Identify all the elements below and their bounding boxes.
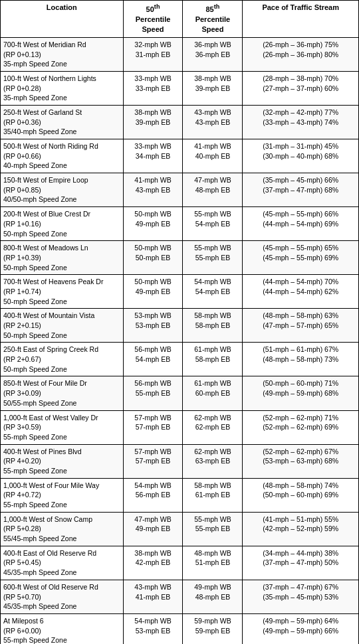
cell-pace: (37-mph – 47-mph) 67%(35-mph – 45-mph) 5… <box>243 580 359 613</box>
cell-p85: 54-mph WB54-mph EB <box>183 275 243 309</box>
cell-p85: 38-mph WB39-mph EB <box>183 71 243 105</box>
cell-location: 700-ft West of Heavens Peak Dr(RP 1+0.74… <box>1 275 124 309</box>
cell-location: 600-ft West of Old Reserve Rd(RP 5+0.70)… <box>1 580 124 613</box>
cell-p85: 58-mph WB58-mph EB <box>183 309 243 343</box>
cell-location: 850-ft West of Four Mile Dr(RP 3+0.09)50… <box>1 376 124 410</box>
cell-location: 150-ft West of Empire Loop(RP 0+0.85)40/… <box>1 173 124 207</box>
cell-pace: (32-mph – 42-mph) 77%(33-mph – 43-mph) 7… <box>243 105 359 139</box>
cell-p50: 32-mph WB31-mph EB <box>123 37 183 71</box>
cell-p50: 38-mph WB42-mph EB <box>123 546 183 580</box>
header-p50: 50thPercentileSpeed <box>123 1 183 38</box>
cell-p85: 62-mph WB62-mph EB <box>183 410 243 444</box>
cell-pace: (28-mph – 38-mph) 70%(27-mph – 37-mph) 6… <box>243 71 359 105</box>
cell-pace: (48-mph – 58-mph) 74%(50-mph – 60-mph) 6… <box>243 478 359 512</box>
cell-location: 700-ft West of Meridian Rd(RP 0+0.13)35-… <box>1 37 124 71</box>
cell-p50: 54-mph WB53-mph EB <box>123 613 183 644</box>
cell-pace: (34-mph – 44-mph) 38%(37-mph – 47-mph) 5… <box>243 546 359 580</box>
header-location: Location <box>1 1 124 38</box>
cell-p50: 50-mph WB49-mph EB <box>123 207 183 241</box>
cell-p50: 57-mph WB57-mph EB <box>123 410 183 444</box>
cell-location: 1,000-ft East of West Valley Dr(RP 3+0.5… <box>1 410 124 444</box>
cell-pace: (35-mph – 45-mph) 66%(37-mph – 47-mph) 6… <box>243 173 359 207</box>
cell-p85: 61-mph WB58-mph EB <box>183 343 243 376</box>
cell-p50: 33-mph WB33-mph EB <box>123 71 183 105</box>
cell-p50: 41-mph WB43-mph EB <box>123 173 183 207</box>
cell-location: 400-ft East of Old Reserve Rd(RP 5+0.45)… <box>1 546 124 580</box>
cell-location: 1,000-ft West of Snow Camp(RP 5+0.28)55/… <box>1 512 124 546</box>
cell-p50: 38-mph WB39-mph EB <box>123 105 183 139</box>
cell-p50: 53-mph WB53-mph EB <box>123 309 183 343</box>
cell-pace: (26-mph – 36-mph) 75%(26-mph – 36-mph) 8… <box>243 37 359 71</box>
cell-p50: 56-mph WB54-mph EB <box>123 343 183 376</box>
cell-p85: 49-mph WB48-mph EB <box>183 580 243 613</box>
cell-location: 100-ft West of Northern Lights(RP 0+0.28… <box>1 71 124 105</box>
cell-pace: (41-mph – 51-mph) 55%(42-mph – 52-mph) 5… <box>243 512 359 546</box>
cell-location: 250-ft West of Garland St(RP 0+0.36)35/4… <box>1 105 124 139</box>
cell-location: 400-ft West of Pines Blvd(RP 4+0.20)55-m… <box>1 444 124 478</box>
cell-pace: (51-mph – 61-mph) 67%(48-mph – 58-mph) 7… <box>243 343 359 376</box>
cell-p85: 41-mph WB40-mph EB <box>183 139 243 173</box>
cell-location: 800-ft West of Meadows Ln(RP 1+0.39)50-m… <box>1 241 124 275</box>
cell-p50: 50-mph WB49-mph EB <box>123 275 183 309</box>
cell-pace: (50-mph – 60-mph) 71%(49-mph – 59-mph) 6… <box>243 376 359 410</box>
cell-location: 500-ft West of North Riding Rd(RP 0+0.66… <box>1 139 124 173</box>
cell-p85: 43-mph WB43-mph EB <box>183 105 243 139</box>
cell-location: 1,000-ft West of Four Mile Way(RP 4+0.72… <box>1 478 124 512</box>
cell-p50: 54-mph WB56-mph EB <box>123 478 183 512</box>
cell-p50: 47-mph WB49-mph EB <box>123 512 183 546</box>
header-p50-label: 50thPercentileSpeed <box>136 5 171 34</box>
cell-p50: 56-mph WB55-mph EB <box>123 376 183 410</box>
cell-pace: (45-mph – 55-mph) 65%(45-mph – 55-mph) 6… <box>243 241 359 275</box>
cell-pace: (52-mph – 62-mph) 71%(52-mph – 62-mph) 6… <box>243 410 359 444</box>
cell-p85: 47-mph WB48-mph EB <box>183 173 243 207</box>
cell-location: 400-ft West of Mountain Vista(RP 2+0.15)… <box>1 309 124 343</box>
cell-pace: (44-mph – 54-mph) 70%(44-mph – 54-mph) 6… <box>243 275 359 309</box>
cell-p85: 61-mph WB60-mph EB <box>183 376 243 410</box>
cell-p85: 58-mph WB61-mph EB <box>183 478 243 512</box>
cell-p85: 36-mph WB36-mph EB <box>183 37 243 71</box>
cell-p50: 43-mph WB41-mph EB <box>123 580 183 613</box>
cell-p85: 55-mph WB55-mph EB <box>183 241 243 275</box>
cell-p85: 55-mph WB54-mph EB <box>183 207 243 241</box>
cell-p85: 62-mph WB63-mph EB <box>183 444 243 478</box>
header-pace: Pace of Traffic Stream <box>243 1 359 38</box>
header-p85: 85thPercentileSpeed <box>183 1 243 38</box>
cell-location: At Milepost 6(RP 6+0.00)55-mph Speed Zon… <box>1 613 124 644</box>
cell-p50: 57-mph WB57-mph EB <box>123 444 183 478</box>
cell-pace: (52-mph – 62-mph) 67%(53-mph – 63-mph) 6… <box>243 444 359 478</box>
cell-pace: (45-mph – 55-mph) 66%(44-mph – 54-mph) 6… <box>243 207 359 241</box>
cell-location: 250-ft East of Spring Creek Rd(RP 2+0.67… <box>1 343 124 376</box>
cell-p85: 48-mph WB51-mph EB <box>183 546 243 580</box>
cell-pace: (48-mph – 58-mph) 63%(47-mph – 57-mph) 6… <box>243 309 359 343</box>
cell-p50: 50-mph WB50-mph EB <box>123 241 183 275</box>
cell-pace: (49-mph – 59-mph) 64%(49-mph – 59-mph) 6… <box>243 613 359 644</box>
cell-p85: 59-mph WB59-mph EB <box>183 613 243 644</box>
header-p85-label: 85thPercentileSpeed <box>195 5 231 34</box>
cell-pace: (31-mph – 31-mph) 45%(30-mph – 40-mph) 6… <box>243 139 359 173</box>
cell-location: 200-ft West of Blue Crest Dr(RP 1+0.16)5… <box>1 207 124 241</box>
cell-p85: 55-mph WB55-mph EB <box>183 512 243 546</box>
cell-p50: 33-mph WB34-mph EB <box>123 139 183 173</box>
